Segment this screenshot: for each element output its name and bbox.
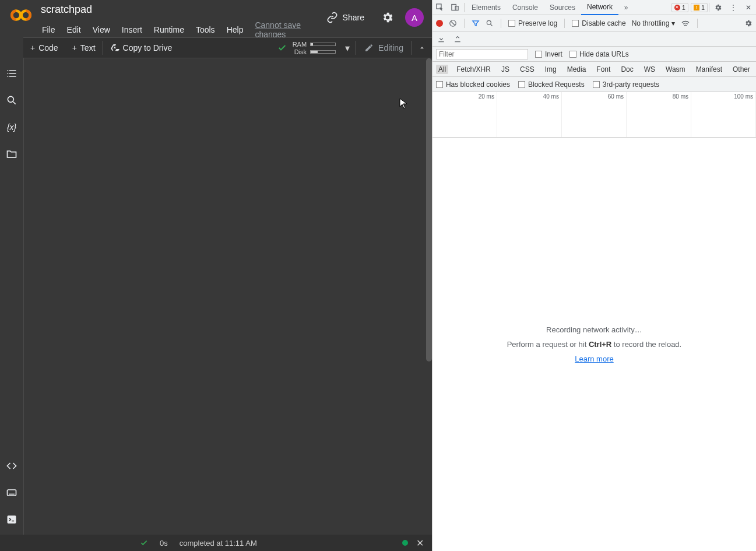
search-network-icon[interactable]	[486, 19, 494, 27]
type-doc[interactable]: Doc	[618, 65, 635, 74]
svg-point-9	[487, 20, 491, 24]
disable-cache-checkbox[interactable]: Disable cache	[572, 19, 625, 27]
type-wasm[interactable]: Wasm	[663, 65, 688, 74]
import-har-icon[interactable]	[437, 35, 445, 43]
connected-check-icon	[272, 43, 293, 52]
devtools-settings-icon[interactable]	[711, 0, 726, 15]
tab-network[interactable]: Network	[581, 0, 618, 15]
copy-to-drive-button[interactable]: Copy to Drive	[103, 38, 180, 58]
colab-pane: scratchpad File Edit View Insert Runtime…	[0, 0, 432, 551]
empty-title: Recording network activity…	[546, 325, 642, 334]
status-bar: 0s completed at 11:11 AM ✕	[0, 535, 432, 551]
left-rail: {x}	[0, 58, 23, 535]
terminal-icon[interactable]	[5, 513, 19, 527]
menu-insert[interactable]: Insert	[117, 23, 147, 37]
empty-hint: Perform a request or hit Ctrl+R to recor…	[507, 340, 682, 349]
network-toolbar: Preserve log Disable cache No throttling…	[432, 15, 756, 31]
toc-icon[interactable]	[5, 66, 19, 80]
scrollbar[interactable]	[426, 58, 432, 362]
type-js[interactable]: JS	[499, 65, 512, 74]
type-media[interactable]: Media	[565, 65, 589, 74]
network-conditions-icon[interactable]	[681, 19, 690, 28]
record-button[interactable]	[436, 20, 443, 27]
hide-data-urls-checkbox[interactable]: Hide data URLs	[569, 50, 629, 58]
type-img[interactable]: Img	[543, 65, 559, 74]
menu-view[interactable]: View	[88, 23, 115, 37]
device-toggle-icon[interactable]	[448, 0, 463, 15]
type-css[interactable]: CSS	[518, 65, 537, 74]
filter-toggle-icon[interactable]	[472, 19, 480, 27]
status-close-button[interactable]: ✕	[416, 538, 424, 549]
colab-toolbar: + Code + Text Copy to Drive RAM Disk	[23, 37, 432, 58]
warning-badge[interactable]: !1	[691, 3, 708, 12]
account-avatar[interactable]: A	[405, 8, 424, 27]
preserve-log-checkbox[interactable]: Preserve log	[508, 19, 557, 27]
notebook-area[interactable]	[23, 58, 432, 535]
resource-indicator[interactable]: RAM Disk	[293, 41, 339, 55]
devtools-tabbar: Elements Console Sources Network » ✕1 !1…	[432, 0, 756, 15]
type-fetchxhr[interactable]: Fetch/XHR	[454, 65, 493, 74]
svg-rect-4	[8, 515, 16, 523]
type-all[interactable]: All	[436, 65, 448, 74]
network-settings-icon[interactable]	[744, 19, 753, 27]
add-code-button[interactable]: + Code	[23, 38, 65, 58]
add-text-button[interactable]: + Text	[65, 38, 103, 58]
notebook-title[interactable]: scratchpad	[37, 2, 321, 17]
type-font[interactable]: Font	[594, 65, 613, 74]
tick-label: 40 ms	[543, 93, 559, 100]
third-party-checkbox[interactable]: 3rd-party requests	[593, 80, 659, 89]
plus-icon: +	[30, 43, 35, 52]
throttling-select[interactable]: No throttling▾	[632, 19, 676, 27]
waterfall-timeline[interactable]: 20 ms 40 ms 60 ms 80 ms 100 ms	[432, 92, 756, 138]
inspect-icon[interactable]	[432, 0, 448, 15]
code-snippets-icon[interactable]	[5, 459, 19, 473]
tick-label: 80 ms	[673, 93, 688, 100]
ram-bar	[310, 43, 336, 46]
chevron-down-icon: ▾	[671, 19, 675, 27]
menu-file[interactable]: File	[37, 23, 60, 37]
menu-edit[interactable]: Edit	[62, 23, 86, 37]
devtools-close-icon[interactable]: ✕	[741, 0, 756, 15]
menu-tools[interactable]: Tools	[191, 23, 220, 37]
network-empty-state: Recording network activity… Perform a re…	[432, 138, 756, 551]
menu-runtime[interactable]: Runtime	[149, 23, 189, 37]
search-icon[interactable]	[5, 93, 19, 107]
pencil-icon	[364, 43, 374, 52]
settings-button[interactable]	[377, 7, 398, 28]
more-tabs-icon[interactable]: »	[618, 0, 634, 15]
filter-input[interactable]	[436, 49, 528, 59]
invert-checkbox[interactable]: Invert	[535, 50, 562, 58]
devtools-menu-icon[interactable]: ⋮	[726, 0, 741, 15]
status-runtime: 0s	[160, 539, 168, 548]
type-other[interactable]: Other	[730, 65, 753, 74]
share-button[interactable]: Share	[321, 8, 370, 27]
filter-bar: Invert Hide data URLs	[432, 47, 756, 62]
colab-header: scratchpad File Edit View Insert Runtime…	[0, 0, 432, 37]
clear-button[interactable]	[449, 19, 457, 27]
tab-elements[interactable]: Elements	[466, 0, 507, 15]
error-badge[interactable]: ✕1	[671, 3, 688, 12]
colab-logo[interactable]	[5, 2, 37, 22]
status-check-icon	[140, 539, 148, 547]
learn-more-link[interactable]: Learn more	[575, 355, 613, 363]
blocked-requests-checkbox[interactable]: Blocked Requests	[518, 80, 585, 89]
menu-help[interactable]: Help	[222, 23, 248, 37]
mode-button[interactable]: Editing	[356, 38, 412, 58]
har-toolbar	[432, 31, 756, 47]
type-ws[interactable]: WS	[642, 65, 657, 74]
extra-filters: Has blocked cookies Blocked Requests 3rd…	[432, 77, 756, 92]
export-har-icon[interactable]	[453, 35, 462, 43]
tab-sources[interactable]: Sources	[544, 0, 581, 15]
type-manifest[interactable]: Manifest	[694, 65, 725, 74]
tick-label: 60 ms	[608, 93, 624, 100]
collapse-header-button[interactable]	[412, 44, 432, 52]
blocked-cookies-checkbox[interactable]: Has blocked cookies	[436, 80, 510, 89]
variables-icon[interactable]: {x}	[5, 120, 19, 134]
command-palette-icon[interactable]	[5, 486, 19, 500]
tab-console[interactable]: Console	[507, 0, 544, 15]
files-icon[interactable]	[5, 147, 19, 161]
type-filter-bar: All Fetch/XHR JS CSS Img Media Font Doc …	[432, 62, 756, 77]
resource-dropdown[interactable]: ▾	[339, 43, 356, 54]
svg-point-2	[8, 96, 13, 102]
share-label: Share	[343, 13, 364, 22]
